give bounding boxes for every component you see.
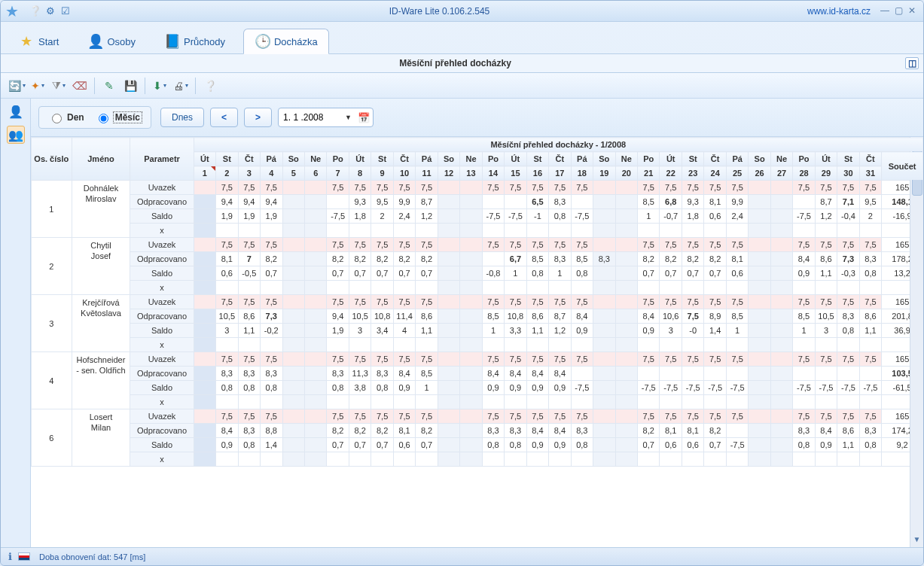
col-daynum[interactable]: 18 — [571, 166, 593, 181]
col-dayname[interactable]: So — [593, 152, 615, 166]
scroll-down-icon[interactable]: ▼ — [913, 535, 921, 547]
col-daynum[interactable]: 26 — [749, 166, 770, 181]
col-dayname[interactable]: Po — [638, 152, 660, 166]
col-dayname[interactable]: Pá — [416, 152, 438, 166]
tab-dochazka[interactable]: 🕒 Docházka — [243, 29, 329, 54]
close-button[interactable]: ✕ — [905, 5, 919, 17]
col-daynum[interactable]: 5 — [282, 166, 304, 181]
date-input[interactable] — [282, 111, 342, 123]
col-daynum[interactable]: 27 — [770, 166, 792, 181]
col-dayname[interactable]: Po — [793, 152, 815, 166]
col-dayname[interactable]: Čt — [859, 152, 881, 166]
radio-mesic[interactable]: Měsíc — [95, 111, 142, 123]
today-button[interactable]: Dnes — [160, 108, 204, 127]
col-dayname[interactable]: Po — [327, 152, 349, 166]
col-daynum[interactable]: 24 — [704, 166, 726, 181]
minimize-button[interactable]: — — [878, 5, 892, 17]
col-dayname[interactable]: Pá — [261, 152, 282, 166]
tab-start[interactable]: ★ Start — [8, 29, 69, 53]
date-field[interactable]: ▼ 📅 — [278, 108, 374, 127]
col-dayname[interactable]: St — [371, 152, 393, 166]
clear-filter-button[interactable]: ⌫ — [70, 77, 90, 95]
col-dayname[interactable]: St — [216, 152, 238, 166]
col-name[interactable]: Jméno — [72, 138, 130, 181]
col-dayname[interactable]: Út — [194, 152, 215, 166]
col-dayname[interactable]: Čt — [549, 152, 571, 166]
col-daynum[interactable]: 29 — [815, 166, 837, 181]
vendor-link[interactable]: www.id-karta.cz — [807, 6, 871, 17]
col-daynum[interactable]: 1 — [194, 166, 215, 181]
info-icon[interactable]: ℹ — [8, 551, 12, 562]
col-daynum[interactable]: 6 — [304, 166, 326, 181]
calendar-icon[interactable]: 📅 — [358, 112, 370, 123]
app-star-icon[interactable]: ★ — [5, 2, 23, 20]
col-daynum[interactable]: 30 — [837, 166, 859, 181]
refresh-button[interactable]: 🔄 — [7, 77, 26, 95]
col-dayname[interactable]: So — [282, 152, 304, 166]
col-dayname[interactable]: Út — [815, 152, 837, 166]
prev-button[interactable]: < — [210, 108, 238, 127]
col-daynum[interactable]: 28 — [793, 166, 815, 181]
col-dayname[interactable]: So — [749, 152, 770, 166]
export-button[interactable]: ⬇ — [150, 77, 169, 95]
col-dayname[interactable]: So — [438, 152, 459, 166]
col-daynum[interactable]: 22 — [660, 166, 682, 181]
filter-button[interactable]: ⧩ — [49, 77, 69, 95]
col-dayname[interactable]: Út — [660, 152, 682, 166]
date-dropdown-icon[interactable]: ▼ — [342, 114, 355, 121]
col-daynum[interactable]: 11 — [416, 166, 438, 181]
col-dayname[interactable]: Ne — [615, 152, 637, 166]
checklist-icon[interactable]: ☑ — [59, 5, 72, 17]
col-daynum[interactable]: 12 — [438, 166, 459, 181]
tab-pruchody[interactable]: 📘 Průchody — [154, 29, 236, 53]
multi-person-button[interactable]: 👥 — [7, 126, 25, 144]
col-daynum[interactable]: 25 — [726, 166, 748, 181]
next-button[interactable]: > — [244, 108, 272, 127]
col-daynum[interactable]: 17 — [549, 166, 571, 181]
col-sum[interactable]: Součet — [882, 152, 923, 181]
col-dayname[interactable]: Ne — [304, 152, 326, 166]
col-dayname[interactable]: Út — [505, 152, 526, 166]
col-daynum[interactable]: 23 — [682, 166, 703, 181]
col-param[interactable]: Parametr — [130, 138, 194, 181]
col-dayname[interactable]: Út — [349, 152, 371, 166]
col-daynum[interactable]: 3 — [238, 166, 260, 181]
col-daynum[interactable]: 7 — [327, 166, 349, 181]
print-button[interactable]: 🖨 — [171, 77, 191, 95]
col-daynum[interactable]: 16 — [526, 166, 548, 181]
col-dayname[interactable]: St — [526, 152, 548, 166]
tab-osoby[interactable]: 👤 Osoby — [77, 29, 146, 53]
radio-den[interactable]: Den — [48, 111, 84, 123]
flag-cz-icon[interactable] — [18, 552, 30, 561]
maximize-button[interactable]: ▢ — [892, 5, 905, 17]
col-dayname[interactable]: St — [837, 152, 859, 166]
col-dayname[interactable]: Ne — [460, 152, 482, 166]
edit-button[interactable]: ✎ — [99, 77, 119, 95]
col-dayname[interactable]: St — [682, 152, 703, 166]
col-os[interactable]: Os. číslo — [32, 138, 72, 181]
col-daynum[interactable]: 19 — [593, 166, 615, 181]
col-dayname[interactable]: Čt — [704, 152, 726, 166]
col-daynum[interactable]: 8 — [349, 166, 371, 181]
gear-icon[interactable]: ⚙ — [44, 5, 56, 17]
col-dayname[interactable]: Po — [482, 152, 504, 166]
save-button[interactable]: 💾 — [120, 77, 140, 95]
col-daynum[interactable]: 15 — [505, 166, 526, 181]
col-daynum[interactable]: 20 — [615, 166, 637, 181]
col-dayname[interactable]: Pá — [571, 152, 593, 166]
col-daynum[interactable]: 14 — [482, 166, 504, 181]
col-daynum[interactable]: 4 — [261, 166, 282, 181]
col-daynum[interactable]: 9 — [371, 166, 393, 181]
col-dayname[interactable]: Pá — [726, 152, 748, 166]
single-person-button[interactable]: 👤 — [7, 103, 25, 121]
col-daynum[interactable]: 10 — [393, 166, 415, 181]
col-daynum[interactable]: 13 — [460, 166, 482, 181]
col-dayname[interactable]: Čt — [393, 152, 415, 166]
help-icon[interactable]: ❔ — [29, 5, 41, 17]
vertical-scrollbar[interactable]: ▲ ▼ — [910, 137, 923, 547]
new-button[interactable]: ✦ — [28, 77, 47, 95]
col-dayname[interactable]: Ne — [770, 152, 792, 166]
radio-den-input[interactable] — [52, 114, 62, 123]
radio-mesic-input[interactable] — [99, 114, 108, 123]
col-daynum[interactable]: 21 — [638, 166, 660, 181]
